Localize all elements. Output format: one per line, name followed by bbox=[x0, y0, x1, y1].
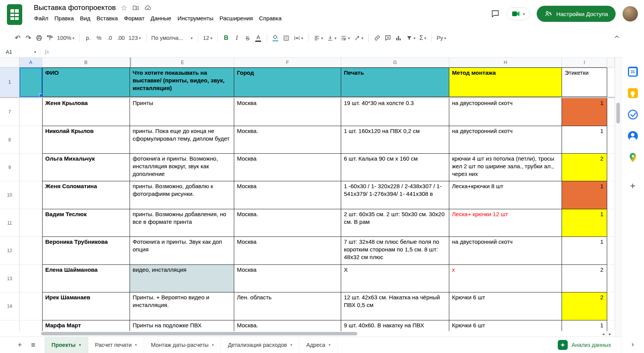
bold-button[interactable]: B bbox=[221, 32, 232, 44]
cell-J9[interactable] bbox=[607, 154, 615, 181]
cell-J8[interactable] bbox=[607, 126, 615, 154]
cell-J11[interactable] bbox=[607, 209, 615, 237]
account-avatar[interactable] bbox=[623, 6, 638, 21]
add-addon-button[interactable]: + bbox=[630, 181, 635, 191]
sheets-logo-icon[interactable] bbox=[7, 4, 22, 25]
select-all-corner[interactable] bbox=[0, 57, 20, 67]
increase-decimal-button[interactable]: .00 bbox=[115, 32, 127, 44]
horizontal-align-button[interactable]: ▾ bbox=[312, 32, 325, 44]
star-icon[interactable]: ☆ bbox=[121, 4, 127, 11]
comment-history-icon[interactable] bbox=[491, 9, 500, 18]
sheet-tab-active[interactable]: Проекты▾ bbox=[44, 337, 88, 353]
collapse-toolbar-button[interactable] bbox=[613, 33, 620, 40]
number-format-button[interactable]: 123▾ bbox=[127, 32, 143, 44]
cell-H14[interactable]: Крючки 6 шт bbox=[449, 292, 562, 320]
merge-cells-button[interactable]: ▾ bbox=[292, 32, 305, 44]
cell-A12[interactable] bbox=[20, 237, 42, 265]
insert-chart-button[interactable] bbox=[393, 32, 404, 44]
column-header-H[interactable]: H bbox=[449, 57, 562, 67]
all-sheets-button[interactable]: ≡ bbox=[31, 341, 35, 349]
sheet-tab[interactable]: Детализация расходов▾ bbox=[221, 337, 299, 353]
column-header-A[interactable]: A bbox=[20, 57, 42, 67]
cell-J14[interactable] bbox=[607, 292, 615, 320]
cell-H15[interactable]: Крючки 6 шт bbox=[449, 320, 562, 331]
keep-icon[interactable] bbox=[628, 88, 638, 98]
italic-button[interactable]: I bbox=[232, 32, 242, 44]
row-header-10[interactable]: 10 bbox=[0, 181, 20, 209]
cell-I9[interactable]: 2 bbox=[562, 154, 607, 181]
cell-B11[interactable]: Вадим Теслюк bbox=[42, 209, 130, 237]
cell-J15[interactable] bbox=[607, 320, 615, 331]
cell-J13[interactable] bbox=[607, 265, 615, 292]
cell-E11[interactable]: принты. Возможны добавления, но все в фо… bbox=[130, 209, 234, 237]
cell-B8[interactable]: Николай Крылов bbox=[42, 126, 130, 154]
cell-B15[interactable]: Марфа Март bbox=[42, 320, 130, 331]
row-header-11[interactable]: 11 bbox=[0, 209, 20, 237]
calendar-icon[interactable]: 31 bbox=[628, 67, 638, 77]
row-header-8[interactable]: 8 bbox=[0, 126, 20, 154]
menu-file[interactable]: Файл bbox=[31, 14, 51, 23]
cell-E9[interactable]: фотокнига и принты. Возможно, инсталляци… bbox=[130, 154, 234, 181]
print-button[interactable] bbox=[34, 32, 44, 44]
cell-F9[interactable]: Москва bbox=[234, 154, 341, 181]
sheet-tab[interactable]: Монтаж даты-расчеты▾ bbox=[144, 337, 221, 353]
cell-H11[interactable]: Леска+ крючки 12 шт bbox=[449, 209, 562, 237]
cell-E15[interactable]: Принты на подложке ПВХ bbox=[130, 320, 234, 331]
cell-A7[interactable] bbox=[20, 98, 42, 126]
cell-F13[interactable]: Москва bbox=[234, 265, 341, 292]
cell-A11[interactable] bbox=[20, 209, 42, 237]
cell-I12[interactable]: 1 bbox=[562, 237, 607, 265]
meet-presence-button[interactable]: ▾ bbox=[507, 7, 530, 20]
cell-G8[interactable]: 1 шт. 160х120 на ПВХ 0,2 см bbox=[341, 126, 449, 154]
cell-H10[interactable]: Леска+крючки 8 шт bbox=[449, 181, 562, 209]
cell-B7[interactable]: Женя Крылова bbox=[42, 98, 130, 126]
cell-H8[interactable]: на двусторонний скотч bbox=[449, 126, 562, 154]
sheet-tab[interactable]: Адреса▾ bbox=[299, 337, 338, 353]
menu-insert[interactable]: Вставка bbox=[94, 14, 121, 23]
menu-help[interactable]: Справка bbox=[256, 14, 285, 23]
menu-extensions[interactable]: Расширения bbox=[217, 14, 256, 23]
cell-I7[interactable]: 1 bbox=[562, 98, 607, 126]
cell-J1[interactable] bbox=[607, 67, 615, 97]
move-folder-icon[interactable] bbox=[132, 4, 139, 11]
cell-I11[interactable]: 1 bbox=[562, 209, 607, 237]
cell-G14[interactable]: 12 шт. 42х63 см. Накатка на чёрный ПВХ 0… bbox=[341, 292, 449, 320]
explore-button[interactable]: Анализ данных bbox=[558, 340, 611, 350]
sheet-tab-menu-caret[interactable]: ▾ bbox=[79, 343, 81, 347]
menu-format[interactable]: Формат bbox=[121, 14, 147, 23]
row-header-14[interactable]: 14 bbox=[0, 292, 20, 320]
cell-J12[interactable] bbox=[607, 237, 615, 265]
column-header-F[interactable]: F bbox=[234, 57, 341, 67]
vertical-align-button[interactable]: ▾ bbox=[325, 32, 338, 44]
column-header-B[interactable]: B bbox=[42, 57, 130, 67]
column-header-E[interactable]: E bbox=[130, 57, 234, 67]
menu-data[interactable]: Данные bbox=[148, 14, 174, 23]
cell-I15[interactable]: 1 bbox=[562, 320, 607, 331]
sheet-tab-menu-caret[interactable]: ▾ bbox=[212, 343, 214, 347]
scroll-right-icon[interactable]: ▸ bbox=[609, 331, 611, 337]
cell-I10[interactable]: 1 bbox=[562, 181, 607, 209]
menu-view[interactable]: Вид bbox=[77, 14, 94, 23]
cell-F12[interactable]: Москва bbox=[234, 237, 341, 265]
horizontal-scrollbar-thumb[interactable] bbox=[41, 332, 357, 335]
cell-A1[interactable] bbox=[20, 67, 42, 97]
cell-G11[interactable]: 2 шт: 60х35 см. 2 шт: 50х30 см. 30х20 см… bbox=[341, 209, 449, 237]
cell-E1[interactable]: Что хотите показывать на выставке/ (прин… bbox=[130, 67, 234, 97]
cell-H9[interactable]: крючки 4 шт из потолка (петли), тросы же… bbox=[449, 154, 562, 181]
cell-J7[interactable] bbox=[607, 98, 615, 126]
font-size-select[interactable]: 12▾ bbox=[201, 32, 214, 44]
cell-G12[interactable]: 7 шт: 32х48 см плюс белые поля по коротк… bbox=[341, 237, 449, 265]
zoom-select[interactable]: 100%▾ bbox=[55, 32, 76, 44]
cell-F14[interactable]: Лен. область bbox=[234, 292, 341, 320]
cell-B9[interactable]: Ольга Михальчук bbox=[42, 154, 130, 181]
borders-button[interactable] bbox=[281, 32, 292, 44]
cell-E14[interactable]: Принты. + Вероятно видео и инсталляция. bbox=[130, 292, 234, 320]
menu-edit[interactable]: Правка bbox=[51, 14, 77, 23]
row-header-7[interactable]: 7 bbox=[0, 98, 20, 126]
cell-I1[interactable]: Этикетки bbox=[562, 67, 607, 97]
row-header-13[interactable]: 13 bbox=[0, 265, 20, 292]
cell-I13[interactable]: 2 bbox=[562, 265, 607, 292]
cell-E12[interactable]: Фотокнига и принты. Звук как доп опция bbox=[130, 237, 234, 265]
cell-G10[interactable]: 1 -60х30 / 1- 320х228 / 2-438х307 / 1-54… bbox=[341, 181, 449, 209]
functions-button[interactable]: Σ▾ bbox=[417, 32, 428, 44]
